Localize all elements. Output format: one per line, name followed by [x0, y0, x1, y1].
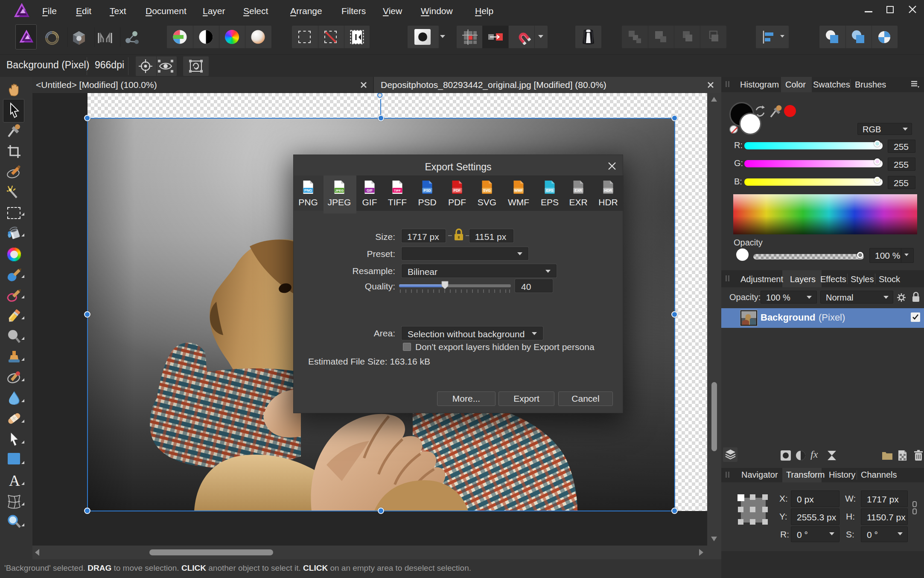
svg-text:PNG: PNG [304, 188, 312, 193]
svg-text:TIFF: TIFF [394, 189, 401, 193]
svg-text:HDR: HDR [604, 188, 612, 193]
svg-text:EXR: EXR [574, 188, 582, 193]
svg-text:GIF: GIF [367, 188, 373, 193]
svg-text:PSD: PSD [423, 188, 431, 193]
svg-text:WMF: WMF [514, 188, 523, 193]
svg-text:PDF: PDF [454, 188, 461, 193]
svg-text:EPS: EPS [546, 188, 553, 193]
svg-text:SVG: SVG [483, 188, 491, 193]
svg-text:JPEG: JPEG [335, 189, 344, 193]
